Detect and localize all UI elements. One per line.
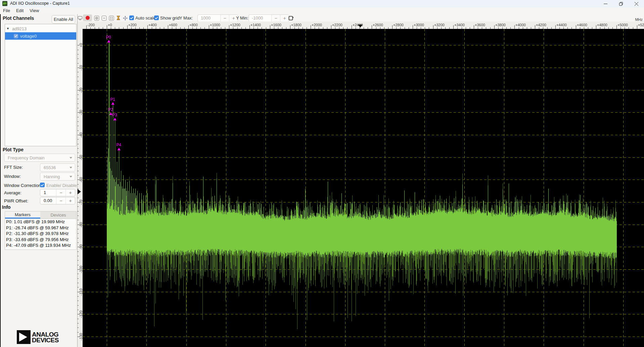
window-title: ADI IIO Oscilloscope - Capture1 bbox=[10, 1, 70, 6]
capture-display-icon bbox=[78, 15, 83, 21]
logo-line1: ANALOG bbox=[32, 332, 59, 337]
app-window: { "titlebar": { "title": "ADI IIO Oscill… bbox=[0, 0, 644, 347]
fft-size-label: FFT Size: bbox=[4, 165, 23, 170]
marker-info-row: P1: -26.74 dBFS @ 59.967 MHz bbox=[5, 225, 76, 231]
pwr-offset-increment-button[interactable]: + bbox=[65, 197, 75, 204]
average-value[interactable]: 1 bbox=[40, 189, 56, 196]
adi-triangle-icon bbox=[17, 330, 31, 344]
y-max-decrement-button[interactable]: − bbox=[220, 15, 229, 22]
y-min-input[interactable]: -1000 bbox=[249, 15, 271, 22]
window-correction-value: Enable/ Disable bbox=[46, 183, 77, 188]
channel-tree: ▼ ad9213 voltage0 bbox=[5, 24, 77, 146]
enable-all-button[interactable]: Enable All bbox=[52, 15, 75, 24]
zoom-out-button[interactable] bbox=[101, 15, 107, 21]
minimize-button[interactable] bbox=[598, 0, 613, 7]
info-tabbar: Markers Devices bbox=[5, 211, 77, 219]
fft-plot-canvas[interactable] bbox=[83, 29, 644, 347]
menu-view[interactable]: View bbox=[27, 7, 42, 14]
menu-edit[interactable]: Edit bbox=[13, 7, 27, 14]
zoom-fit-button[interactable] bbox=[108, 15, 114, 21]
adi-logo-mark bbox=[17, 330, 31, 344]
tab-markers[interactable]: Markers bbox=[5, 211, 40, 219]
close-button[interactable] bbox=[629, 0, 644, 7]
new-plot-button[interactable] bbox=[288, 15, 294, 21]
pwr-offset-value[interactable]: 0.00 bbox=[40, 197, 56, 204]
check-icon bbox=[130, 16, 133, 20]
chevron-down-icon bbox=[70, 176, 72, 178]
device-name: ad9213 bbox=[12, 26, 27, 31]
title-bar: ADI IIO Oscilloscope - Capture1 bbox=[0, 0, 644, 8]
capture-display-button[interactable] bbox=[77, 15, 83, 21]
channel-name: voltage0 bbox=[20, 34, 37, 39]
average-label: Average: bbox=[4, 190, 21, 195]
x-axis-unit-label: MHz bbox=[623, 17, 643, 22]
toolbar: Auto scale Show grid Y Max: 1000 − + Y M… bbox=[0, 14, 644, 22]
zoom-in-icon bbox=[94, 15, 99, 21]
analog-devices-logo: ANALOG DEVICES bbox=[17, 330, 59, 344]
tree-row-device[interactable]: ▼ ad9213 bbox=[5, 25, 76, 32]
plot-type-heading: Plot Type bbox=[3, 147, 24, 152]
average-decrement-button[interactable]: − bbox=[56, 189, 65, 196]
show-grid-checkbox[interactable] bbox=[154, 15, 159, 20]
x-ruler-position-marker-icon[interactable] bbox=[358, 25, 363, 28]
y-max-input[interactable]: 1000 bbox=[198, 15, 220, 22]
app-icon bbox=[2, 1, 7, 6]
y-min-decrement-button[interactable]: − bbox=[271, 15, 280, 22]
auto-scale-label: Auto scale bbox=[135, 15, 156, 21]
window-correction-checkbox[interactable] bbox=[40, 183, 45, 187]
expander-triangle-icon[interactable]: ▼ bbox=[6, 27, 9, 30]
check-icon bbox=[41, 184, 44, 187]
check-icon bbox=[14, 35, 17, 37]
hourglass-icon bbox=[116, 15, 121, 21]
logo-line2: DEVICES bbox=[32, 337, 59, 343]
window-label: Window: bbox=[4, 174, 21, 179]
menu-bar: File Edit View bbox=[0, 7, 644, 14]
info-heading: Info bbox=[2, 204, 11, 210]
tree-row-channel-selected[interactable]: voltage0 bbox=[5, 32, 76, 40]
left-sidebar: Plot Channels Enable All ▼ ad9213 voltag… bbox=[0, 14, 78, 347]
marker-info-row: P4: -47.09 dBFS @ 119.934 MHz bbox=[5, 242, 76, 248]
hourglass-button[interactable] bbox=[116, 15, 121, 21]
plot-type-value: Frequency Domain bbox=[4, 155, 70, 160]
pan-move-button[interactable] bbox=[122, 15, 128, 21]
marker-info-row: P2: -31.30 dBFS @ 39.978 MHz bbox=[5, 231, 76, 237]
y-min-label: Y Min: bbox=[236, 15, 248, 21]
zoom-fit-icon bbox=[109, 15, 114, 21]
tab-devices[interactable]: Devices bbox=[40, 211, 76, 219]
window-select[interactable]: Hanning bbox=[40, 172, 75, 181]
restore-icon bbox=[619, 2, 623, 6]
zoom-in-button[interactable] bbox=[94, 15, 99, 21]
marker-info-row: P0: 1.01 dBFS @ 19.989 MHz bbox=[5, 219, 76, 225]
new-plot-icon bbox=[288, 15, 294, 21]
channel-checkbox[interactable] bbox=[14, 34, 18, 38]
y-max-field-group: 1000 − + bbox=[197, 14, 238, 22]
fft-size-value: 65536 bbox=[40, 165, 70, 170]
y-min-field-group: -1000 − + bbox=[248, 14, 289, 22]
y-ruler-position-marker-icon[interactable] bbox=[78, 189, 81, 194]
menu-file[interactable]: File bbox=[0, 7, 13, 14]
marker-info-row: P3: -33.69 dBFS @ 79.956 MHz bbox=[5, 237, 76, 243]
average-stepper: 1 − + bbox=[40, 189, 75, 196]
capture-record-button[interactable] bbox=[83, 14, 92, 21]
fft-size-select[interactable]: 65536 bbox=[40, 163, 75, 171]
chevron-down-icon bbox=[70, 167, 72, 168]
plot-channels-heading: Plot Channels bbox=[3, 15, 34, 21]
y-min-increment-button[interactable]: + bbox=[280, 15, 289, 22]
restore-button[interactable] bbox=[613, 0, 629, 7]
average-increment-button[interactable]: + bbox=[65, 189, 75, 196]
close-icon bbox=[635, 2, 638, 6]
chevron-down-icon bbox=[70, 157, 72, 159]
marker-info-list: P0: 1.01 dBFS @ 19.989 MHz P1: -26.74 dB… bbox=[5, 219, 77, 250]
pwr-offset-decrement-button[interactable]: − bbox=[56, 197, 65, 204]
check-icon bbox=[155, 16, 158, 20]
auto-scale-checkbox[interactable] bbox=[129, 15, 134, 20]
window-correction-label: Window Correction: bbox=[4, 183, 42, 188]
record-icon bbox=[86, 16, 90, 20]
minimize-icon bbox=[604, 2, 607, 6]
pwr-offset-stepper: 0.00 − + bbox=[40, 197, 75, 204]
adi-logo-text: ANALOG DEVICES bbox=[32, 332, 59, 343]
window-value: Hanning bbox=[40, 174, 70, 179]
pwr-offset-label: PWR Offset: bbox=[4, 198, 28, 203]
y-max-label: Y Max: bbox=[179, 15, 193, 21]
plot-type-select[interactable]: Frequency Domain bbox=[4, 154, 75, 162]
